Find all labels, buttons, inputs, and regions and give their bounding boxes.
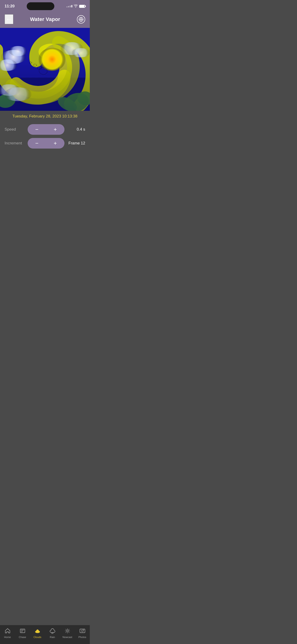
header: ← Water Vapor [0,12,90,28]
back-button[interactable]: ← [4,14,13,24]
increment-control-row: Increment − + Frame 12 [4,138,85,148]
increment-stepper: − + [28,138,64,148]
satellite-image [0,28,90,111]
speed-decrement-button[interactable]: − [28,124,46,135]
svg-point-1 [80,19,82,20]
location-button[interactable] [77,15,85,24]
page-title: Water Vapor [30,16,60,22]
speed-stepper: − + [28,124,64,135]
dynamic-island [27,2,54,10]
increment-decrement-button[interactable]: − [28,138,46,148]
status-icons [66,4,85,8]
empty-content-area [0,156,90,226]
battery-icon [79,5,85,8]
status-bar: 11:20 [0,0,90,12]
speed-control-row: Speed − + 0.4 s [4,124,85,135]
increment-value: Frame 12 [67,141,85,146]
speed-increment-button[interactable]: + [46,124,64,135]
status-time: 11:20 [4,4,14,8]
speed-label: Speed [4,127,25,132]
increment-label: Increment [4,141,25,146]
timestamp-text: Tuesday, February 28, 2023 10:13:38 [12,114,78,118]
increment-increment-button[interactable]: + [46,138,64,148]
signal-icon [66,5,72,7]
speed-value: 0.4 s [67,127,85,132]
timestamp-bar: Tuesday, February 28, 2023 10:13:38 [0,111,90,122]
wifi-icon [74,4,78,8]
controls-section: Speed − + 0.4 s Increment − + Frame 12 [0,122,90,156]
